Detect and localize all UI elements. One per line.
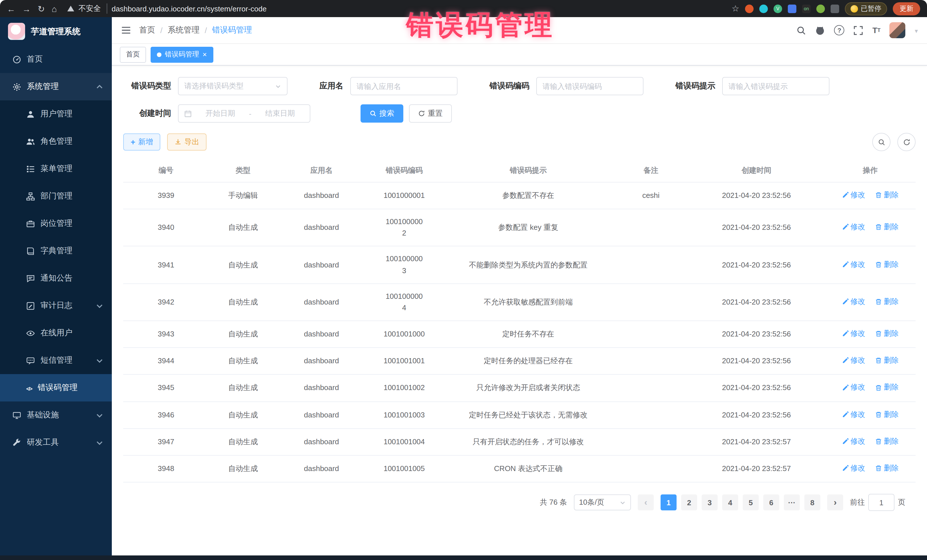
bookmark-star-icon[interactable]: ☆ <box>732 3 739 14</box>
home-button[interactable]: ⌂ <box>52 4 57 13</box>
sidebar-item-devtools[interactable]: 研发工具 <box>0 429 112 456</box>
search-button[interactable]: 搜索 <box>360 104 403 123</box>
tab-error-code[interactable]: 错误码管理 <box>150 47 213 62</box>
delete-link[interactable]: 删除 <box>875 189 899 201</box>
edit-link[interactable]: 修改 <box>842 436 865 447</box>
edit-link[interactable]: 修改 <box>842 296 865 307</box>
edit-link[interactable]: 修改 <box>842 463 865 474</box>
page-number-button[interactable]: 6 <box>763 495 779 511</box>
sidebar-item-positions[interactable]: 岗位管理 <box>0 210 112 237</box>
profile-paused-badge[interactable]: 已暂停 <box>845 2 887 15</box>
delete-link[interactable]: 删除 <box>875 328 899 339</box>
edit-link[interactable]: 修改 <box>842 259 865 270</box>
delete-link[interactable]: 删除 <box>875 355 899 366</box>
sidebar-item-online-users[interactable]: 在线用户 <box>0 319 112 347</box>
cell-remark <box>614 246 688 284</box>
delete-link[interactable]: 删除 <box>875 463 899 474</box>
sidebar-item-sms[interactable]: 短信管理 <box>0 347 112 374</box>
delete-link[interactable]: 删除 <box>875 259 899 270</box>
reload-button[interactable]: ↻ <box>38 4 45 13</box>
sidebar-item-dictionary[interactable]: 字典管理 <box>0 237 112 265</box>
page-number-button[interactable]: 4 <box>722 495 738 511</box>
table-row[interactable]: 3940 自动生成 dashboard 100100000 2 参数配置 key… <box>123 209 916 246</box>
extension-icon-vue[interactable]: V <box>774 4 782 13</box>
close-icon[interactable] <box>202 50 207 58</box>
table-row[interactable]: 3946 自动生成 dashboard 1001001003 定时任务已经处于该… <box>123 401 916 428</box>
table-row[interactable]: 3941 自动生成 dashboard 100100000 3 不能删除类型为系… <box>123 246 916 284</box>
font-size-icon[interactable]: TT <box>872 26 880 35</box>
delete-link[interactable]: 删除 <box>875 408 899 420</box>
fullscreen-icon[interactable] <box>854 25 863 35</box>
delete-link[interactable]: 删除 <box>875 382 899 393</box>
edit-link[interactable]: 修改 <box>842 189 865 201</box>
sidebar-item-users[interactable]: 用户管理 <box>0 100 112 128</box>
edit-link[interactable]: 修改 <box>842 328 865 339</box>
toggle-search-button[interactable] <box>872 133 891 151</box>
extension-icon-teal[interactable] <box>759 4 768 13</box>
error-type-select[interactable]: 请选择错误码类型 <box>178 77 287 95</box>
page-size-select[interactable]: 10条/页 <box>574 495 631 511</box>
extensions-puzzle-icon[interactable] <box>831 4 839 13</box>
back-button[interactable]: ← <box>7 4 15 13</box>
edit-link[interactable]: 修改 <box>842 408 865 420</box>
page-number-button[interactable]: ··· <box>784 495 800 511</box>
page-number-button[interactable]: 2 <box>681 495 697 511</box>
app-name-input[interactable] <box>351 77 457 95</box>
search-icon[interactable] <box>797 25 806 35</box>
sidebar-item-audit-logs[interactable]: 审计日志 <box>0 292 112 319</box>
sidebar-item-system[interactable]: 系统管理 <box>0 73 112 100</box>
table-row[interactable]: 3944 自动生成 dashboard 1001001001 定时任务的处理器已… <box>123 348 916 375</box>
refresh-table-button[interactable] <box>897 133 916 151</box>
extension-icon-orange[interactable] <box>745 4 754 13</box>
reset-button[interactable]: 重置 <box>409 104 452 123</box>
sidebar-item-menus[interactable]: 菜单管理 <box>0 155 112 182</box>
breadcrumb-home[interactable]: 首页 <box>139 25 155 35</box>
caret-down-icon[interactable] <box>915 25 918 35</box>
cell-id: 3945 <box>123 375 209 401</box>
page-number-button[interactable]: 3 <box>702 495 718 511</box>
delete-link[interactable]: 删除 <box>875 296 899 307</box>
hamburger-icon[interactable] <box>121 25 131 35</box>
delete-link[interactable]: 删除 <box>875 221 899 233</box>
help-icon[interactable]: ? <box>834 25 845 35</box>
goto-page-input[interactable] <box>868 494 895 511</box>
error-msg-input[interactable] <box>723 77 829 95</box>
tab-home[interactable]: 首页 <box>120 47 146 62</box>
edit-link[interactable]: 修改 <box>842 221 865 233</box>
user-avatar[interactable] <box>890 22 906 38</box>
edit-link[interactable]: 修改 <box>842 355 865 366</box>
date-range-picker[interactable]: 开始日期 - 结束日期 <box>178 104 310 123</box>
page-number-button[interactable]: 5 <box>743 495 759 511</box>
cell-type: 自动生成 <box>209 375 277 401</box>
error-code-input[interactable] <box>537 77 643 95</box>
edit-link[interactable]: 修改 <box>842 382 865 393</box>
table-row[interactable]: 3942 自动生成 dashboard 100100000 4 不允许获取敏感配… <box>123 284 916 321</box>
address-bar[interactable]: 不安全 dashboard.yudao.iocoder.cn/system/er… <box>67 3 725 14</box>
prev-page-button[interactable] <box>638 495 654 511</box>
breadcrumb-system[interactable]: 系统管理 <box>168 25 200 35</box>
sidebar-item-roles[interactable]: 角色管理 <box>0 128 112 155</box>
browser-update-button[interactable]: 更新 <box>893 2 920 15</box>
table-row[interactable]: 3947 自动生成 dashboard 1001001004 只有开启状态的任务… <box>123 428 916 455</box>
extension-icon-blue-grid[interactable] <box>788 4 796 13</box>
table-row[interactable]: 3948 自动生成 dashboard 1001001005 CRON 表达式不… <box>123 455 916 482</box>
extension-icon-green[interactable] <box>816 4 825 13</box>
extension-icon-onepassword[interactable]: on <box>802 4 811 13</box>
sidebar-item-error-code[interactable]: 错误码管理 <box>0 374 112 401</box>
forward-button[interactable]: → <box>22 4 31 13</box>
table-row[interactable]: 3945 自动生成 dashboard 1001001002 只允许修改为开启或… <box>123 375 916 401</box>
export-button[interactable]: 导出 <box>167 134 207 150</box>
sidebar-item-home[interactable]: 首页 <box>0 46 112 73</box>
table-row[interactable]: 3943 自动生成 dashboard 1001001000 定时任务不存在 2… <box>123 321 916 348</box>
sidebar-item-infrastructure[interactable]: 基础设施 <box>0 401 112 429</box>
sidebar-item-announcements[interactable]: 通知公告 <box>0 265 112 292</box>
cell-code: 100100000 4 <box>366 284 443 321</box>
table-row[interactable]: 3939 手动编辑 dashboard 1001000001 参数配置不存在 c… <box>123 182 916 209</box>
delete-link[interactable]: 删除 <box>875 436 899 447</box>
page-number-button[interactable]: 1 <box>661 495 676 511</box>
page-number-button[interactable]: 8 <box>804 495 820 511</box>
add-button[interactable]: 新增 <box>123 134 160 150</box>
sidebar-item-departments[interactable]: 部门管理 <box>0 182 112 210</box>
github-icon[interactable] <box>816 25 825 35</box>
next-page-button[interactable] <box>827 495 843 511</box>
